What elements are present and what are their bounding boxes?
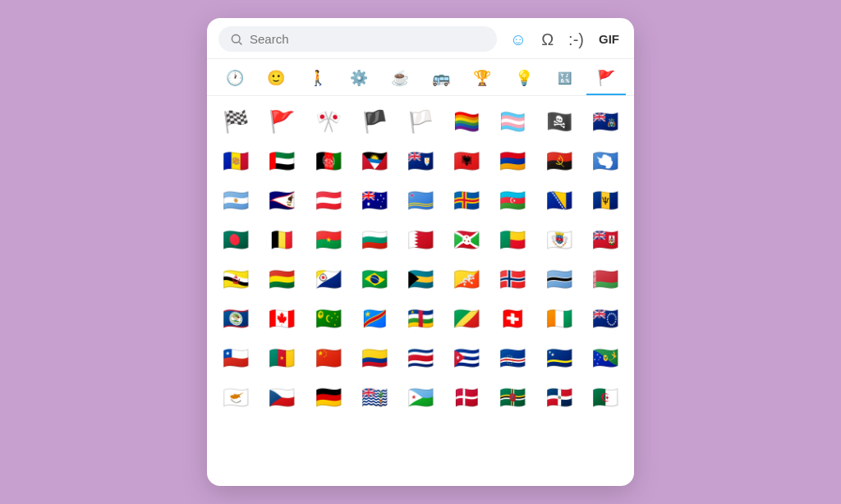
- search-input-wrap[interactable]: [218, 26, 497, 52]
- svg-line-1: [239, 42, 241, 44]
- emoji-cell[interactable]: 🇨🇿: [260, 378, 304, 416]
- emoji-cell[interactable]: 🇩🇯: [398, 378, 443, 416]
- emoji-cell[interactable]: 🇩🇪: [306, 378, 350, 416]
- emoji-cell[interactable]: 🇧🇲: [583, 221, 627, 259]
- emoji-cell[interactable]: 🇨🇱: [214, 339, 258, 377]
- smiley-icon[interactable]: ☺: [507, 30, 530, 49]
- emoji-grid: 🏁🚩🎌🏴🏳️🏳️‍🌈🏳️‍⚧️🏴‍☠️🇦🇨🇦🇩🇦🇪🇦🇫🇦🇬🇦🇮🇦🇱🇦🇲🇦🇴🇦🇶🇦…: [214, 103, 627, 416]
- emoji-cell[interactable]: 🇧🇴: [260, 260, 304, 298]
- emoji-cell[interactable]: 🇦🇬: [352, 142, 397, 180]
- gif-button[interactable]: GIF: [595, 31, 623, 47]
- emoji-cell[interactable]: 🇦🇲: [490, 142, 535, 180]
- emoji-cell[interactable]: 🇨🇴: [352, 339, 397, 377]
- emoji-cell[interactable]: 🇨🇩: [352, 300, 397, 337]
- emoji-cell[interactable]: 🇦🇩: [214, 142, 258, 180]
- emoji-cell[interactable]: 🏳️‍⚧️: [490, 103, 535, 140]
- emoji-cell[interactable]: 🇨🇦: [260, 300, 304, 337]
- emoji-cell[interactable]: 🏴‍☠️: [537, 103, 581, 140]
- emoji-cell[interactable]: 🇧🇾: [583, 260, 627, 298]
- emoji-cell[interactable]: 🇦🇺: [352, 181, 397, 219]
- tab-smiley[interactable]: 🙂: [256, 64, 296, 95]
- emoji-cell[interactable]: 🇩🇬: [352, 378, 397, 416]
- search-bar-row: ☺ Ω :-) GIF: [207, 18, 634, 59]
- category-tabs: 🕐 🙂 🚶 ⚙️ ☕ 🚌 🏆 💡 🔣 🚩: [207, 59, 634, 96]
- emoji-cell[interactable]: 🇧🇸: [398, 260, 443, 298]
- emoji-cell[interactable]: 🇧🇯: [490, 221, 535, 259]
- emoji-cell[interactable]: 🇦🇮: [398, 142, 443, 180]
- tab-flags[interactable]: 🚩: [586, 64, 626, 95]
- tab-symbols[interactable]: 💡: [503, 64, 543, 95]
- emoji-cell[interactable]: 🇦🇴: [537, 142, 581, 180]
- emoji-cell[interactable]: 🇧🇧: [583, 181, 627, 219]
- emoji-cell[interactable]: 🇧🇦: [537, 181, 581, 219]
- emoji-cell[interactable]: 🇩🇴: [537, 378, 581, 416]
- emoji-cell[interactable]: 🇦🇹: [306, 181, 350, 219]
- emoji-cell[interactable]: 🇨🇭: [490, 300, 535, 337]
- emoji-cell[interactable]: 🇦🇼: [398, 181, 443, 219]
- emoji-cell[interactable]: 🇩🇿: [583, 378, 627, 416]
- emoji-cell[interactable]: 🇨🇳: [306, 339, 350, 377]
- emoji-cell[interactable]: 🇧🇻: [490, 260, 535, 298]
- emoji-cell[interactable]: 🇦🇱: [444, 142, 489, 180]
- tab-objects[interactable]: 🏆: [462, 64, 502, 95]
- emoji-cell[interactable]: 🇦🇨: [583, 103, 627, 140]
- tab-people[interactable]: 🚶: [297, 64, 337, 95]
- tab-activities[interactable]: ⚙️: [339, 64, 379, 95]
- emoji-cell[interactable]: 🇨🇺: [444, 339, 489, 377]
- tab-travel[interactable]: 🚌: [421, 64, 461, 95]
- emoji-cell[interactable]: 🇧🇿: [214, 300, 258, 337]
- emoji-cell[interactable]: 🇨🇨: [306, 300, 350, 337]
- svg-point-0: [232, 34, 240, 43]
- emoji-cell[interactable]: 🇧🇮: [444, 221, 489, 259]
- omega-icon[interactable]: Ω: [538, 30, 557, 49]
- emoji-cell[interactable]: 🇦🇪: [260, 142, 304, 180]
- emoji-cell[interactable]: 🏳️‍🌈: [444, 103, 489, 140]
- emoji-cell[interactable]: 🇦🇽: [444, 181, 489, 219]
- emoji-cell[interactable]: 🇧🇬: [352, 221, 397, 259]
- emoji-cell[interactable]: 🇨🇬: [444, 300, 489, 337]
- emoji-cell[interactable]: 🇧🇪: [260, 221, 304, 259]
- emoticon-icon[interactable]: :-): [565, 30, 587, 49]
- tab-symbols2[interactable]: 🔣: [545, 66, 585, 93]
- emoji-cell[interactable]: 🏳️: [398, 103, 443, 140]
- emoji-cell[interactable]: 🇧🇩: [214, 221, 258, 259]
- search-icon: [230, 33, 243, 46]
- emoji-cell[interactable]: 🇦🇸: [260, 181, 304, 219]
- emoji-cell[interactable]: 🇨🇫: [398, 300, 443, 337]
- emoji-cell[interactable]: 🇧🇫: [306, 221, 350, 259]
- emoji-cell[interactable]: 🇦🇫: [306, 142, 350, 180]
- toolbar-icons: ☺ Ω :-) GIF: [507, 30, 623, 49]
- emoji-cell[interactable]: 🇧🇼: [537, 260, 581, 298]
- tab-recent[interactable]: 🕐: [215, 64, 255, 95]
- search-input[interactable]: [250, 32, 485, 46]
- emoji-cell[interactable]: 🇨🇽: [583, 339, 627, 377]
- emoji-cell[interactable]: 🇧🇷: [352, 260, 397, 298]
- emoji-cell[interactable]: 🇦🇷: [214, 181, 258, 219]
- emoji-cell[interactable]: 🇧🇶: [306, 260, 350, 298]
- emoji-cell[interactable]: 🇦🇿: [490, 181, 535, 219]
- emoji-scroll-area[interactable]: 🏁🚩🎌🏴🏳️🏳️‍🌈🏳️‍⚧️🏴‍☠️🇦🇨🇦🇩🇦🇪🇦🇫🇦🇬🇦🇮🇦🇱🇦🇲🇦🇴🇦🇶🇦…: [207, 96, 634, 486]
- emoji-cell[interactable]: 🇦🇶: [583, 142, 627, 180]
- emoji-cell[interactable]: 🏴: [352, 103, 397, 140]
- emoji-cell[interactable]: 🇩🇲: [490, 378, 535, 416]
- emoji-cell[interactable]: 🇨🇲: [260, 339, 304, 377]
- emoji-cell[interactable]: 🇧🇭: [398, 221, 443, 259]
- emoji-cell[interactable]: 🏁: [214, 103, 258, 140]
- emoji-cell[interactable]: 🇨🇾: [214, 378, 258, 416]
- emoji-picker: ☺ Ω :-) GIF 🕐 🙂 🚶 ⚙️ ☕ 🚌 🏆 💡 🔣 🚩 🏁🚩🎌🏴🏳️🏳…: [207, 18, 634, 486]
- tab-food[interactable]: ☕: [380, 64, 420, 95]
- emoji-cell[interactable]: 🎌: [306, 103, 350, 140]
- emoji-cell[interactable]: 🇨🇼: [537, 339, 581, 377]
- emoji-cell[interactable]: 🇩🇰: [444, 378, 489, 416]
- emoji-cell[interactable]: 🇨🇮: [537, 300, 581, 337]
- emoji-cell[interactable]: 🇧🇹: [444, 260, 489, 298]
- emoji-cell[interactable]: 🇧🇳: [214, 260, 258, 298]
- emoji-cell[interactable]: 🇨🇻: [490, 339, 535, 377]
- emoji-cell[interactable]: 🇨🇷: [398, 339, 443, 377]
- emoji-cell[interactable]: 🚩: [260, 103, 304, 140]
- emoji-cell[interactable]: 🇨🇰: [583, 300, 627, 337]
- emoji-cell[interactable]: 🇧🇱: [537, 221, 581, 259]
